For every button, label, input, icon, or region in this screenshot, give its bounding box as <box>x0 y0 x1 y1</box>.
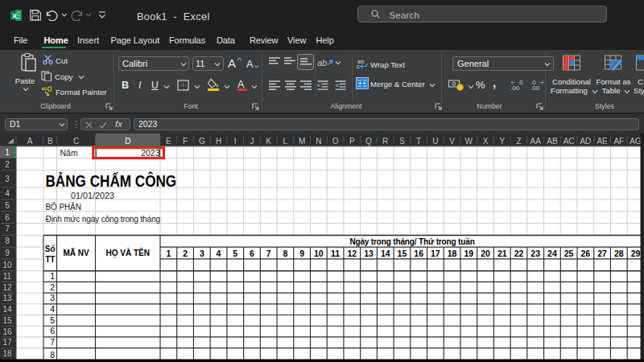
svg-text:.0: .0 <box>518 80 523 86</box>
svg-text:2023: 2023 <box>141 148 160 158</box>
svg-text:17: 17 <box>2 338 12 347</box>
svg-text:3: 3 <box>5 174 10 183</box>
svg-text:9: 9 <box>299 248 304 257</box>
svg-text:J: J <box>250 136 254 145</box>
svg-text:11: 11 <box>3 272 12 281</box>
svg-text:E: E <box>166 136 171 145</box>
svg-text:15: 15 <box>2 315 12 324</box>
svg-text:12: 12 <box>347 248 357 257</box>
svg-text:TT: TT <box>45 254 55 263</box>
svg-text:AB: AB <box>547 136 558 145</box>
svg-text:AD: AD <box>580 136 591 145</box>
svg-text:Định mức ngày công trong tháng: Định mức ngày công trong tháng <box>46 214 161 223</box>
svg-text:2: 2 <box>183 248 188 257</box>
svg-text:D: D <box>125 136 130 145</box>
svg-text:25: 25 <box>564 248 574 257</box>
svg-text:K: K <box>266 136 271 145</box>
svg-text:6: 6 <box>5 212 10 221</box>
svg-text:X: X <box>483 136 489 145</box>
svg-text:c: c <box>357 63 360 69</box>
svg-text:23: 23 <box>530 248 540 257</box>
svg-text:14: 14 <box>381 248 390 257</box>
svg-text:4: 4 <box>50 304 55 314</box>
svg-text:3: 3 <box>50 293 55 302</box>
svg-text:28: 28 <box>614 248 624 257</box>
svg-text:X: X <box>12 12 17 20</box>
svg-text:F: F <box>183 136 188 145</box>
svg-text:BỘ PHẬN: BỘ PHẬN <box>46 202 81 212</box>
svg-text:G: G <box>199 136 205 145</box>
svg-text:AG: AG <box>630 136 642 145</box>
svg-text:10: 10 <box>314 248 324 257</box>
svg-text:Z: Z <box>516 136 521 145</box>
svg-text:9: 9 <box>5 249 10 257</box>
svg-text:O: O <box>332 136 339 145</box>
svg-text:Ngày trong tháng/ Thứ trong tu: Ngày trong tháng/ Thứ trong tuần <box>349 237 474 246</box>
svg-text:Y: Y <box>499 136 505 145</box>
svg-text:HỌ VÀ TÊN: HỌ VÀ TÊN <box>106 248 150 258</box>
svg-text:I: I <box>234 136 237 145</box>
svg-text:27: 27 <box>597 248 607 257</box>
svg-text:6: 6 <box>50 326 55 335</box>
svg-text:R: R <box>382 136 388 145</box>
svg-text:3: 3 <box>200 248 204 257</box>
svg-text:MÃ NV: MÃ NV <box>63 248 89 257</box>
svg-text:Q: Q <box>365 136 372 145</box>
svg-text:A: A <box>246 59 254 70</box>
svg-text:2: 2 <box>5 159 10 168</box>
svg-text:29: 29 <box>631 248 641 257</box>
svg-text:P: P <box>349 136 355 145</box>
svg-text:19: 19 <box>464 248 473 257</box>
svg-text:18: 18 <box>448 248 457 257</box>
svg-text:01/01/2023: 01/01/2023 <box>71 190 114 200</box>
svg-text:26: 26 <box>581 248 591 257</box>
svg-text:10: 10 <box>2 260 12 269</box>
svg-text:A: A <box>228 56 236 70</box>
svg-text:5: 5 <box>233 248 237 257</box>
svg-text:16: 16 <box>2 327 12 335</box>
svg-text:W: W <box>465 136 473 145</box>
svg-text:8: 8 <box>50 350 55 360</box>
svg-text:Năm: Năm <box>60 148 78 158</box>
svg-text:1: 1 <box>5 147 10 156</box>
svg-text:17: 17 <box>431 248 440 257</box>
svg-text:13: 13 <box>364 248 374 257</box>
svg-text:AA: AA <box>530 136 542 145</box>
svg-text:T: T <box>416 136 421 145</box>
svg-text:4: 4 <box>217 248 221 257</box>
svg-text:AE: AE <box>597 136 608 145</box>
svg-text:N: N <box>316 136 321 145</box>
svg-text:C: C <box>73 136 79 145</box>
svg-text:M: M <box>299 136 305 145</box>
svg-text:8: 8 <box>5 237 10 245</box>
svg-text:A: A <box>237 79 245 90</box>
svg-text:.0: .0 <box>530 80 536 86</box>
svg-text:AC: AC <box>564 136 575 145</box>
svg-text:H: H <box>216 136 221 145</box>
svg-text:2: 2 <box>50 282 55 291</box>
svg-text:7: 7 <box>5 224 10 233</box>
svg-text:BẢNG CHẤM CÔNG: BẢNG CHẤM CÔNG <box>46 171 177 189</box>
svg-text:L: L <box>283 136 288 145</box>
svg-text:12: 12 <box>2 282 12 291</box>
svg-text:11: 11 <box>331 248 340 257</box>
svg-text:1: 1 <box>50 270 55 280</box>
svg-text:5: 5 <box>50 315 55 324</box>
svg-text:24: 24 <box>547 248 557 257</box>
svg-text:18: 18 <box>2 348 12 357</box>
svg-text:Số: Số <box>45 245 56 253</box>
svg-text:7: 7 <box>266 248 271 257</box>
svg-text:20: 20 <box>481 248 490 257</box>
svg-text:5: 5 <box>5 200 10 209</box>
svg-text:S: S <box>399 136 405 145</box>
svg-text:14: 14 <box>2 305 12 314</box>
svg-text:A: A <box>27 136 33 145</box>
svg-text:15: 15 <box>398 248 407 257</box>
svg-text:16: 16 <box>414 248 423 257</box>
svg-text:6: 6 <box>250 248 254 257</box>
svg-text:13: 13 <box>2 294 12 302</box>
svg-text:U: U <box>432 136 438 145</box>
svg-text:AF: AF <box>613 136 624 145</box>
svg-text:22: 22 <box>514 248 524 257</box>
svg-text:21: 21 <box>497 248 507 257</box>
